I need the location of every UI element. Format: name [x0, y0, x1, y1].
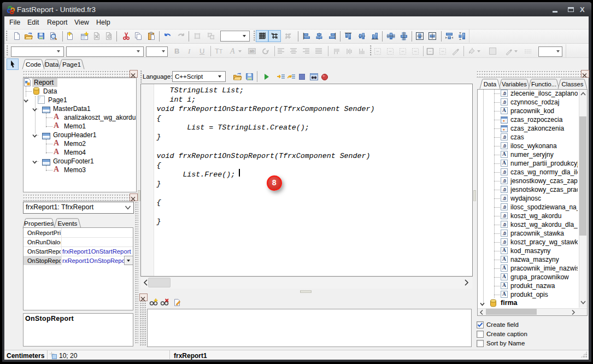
svg-text:Functio...: Functio...: [531, 81, 556, 87]
svg-text:Properties: Properties: [24, 220, 54, 227]
svg-text:Data: Data: [45, 61, 58, 68]
svg-text:Code: Code: [26, 61, 42, 68]
svg-text:Variables: Variables: [502, 81, 527, 87]
svg-text:Data: Data: [484, 81, 497, 87]
svg-text:Classes: Classes: [562, 81, 584, 87]
svg-text:Events: Events: [57, 220, 77, 227]
svg-text:Page1: Page1: [62, 61, 81, 68]
